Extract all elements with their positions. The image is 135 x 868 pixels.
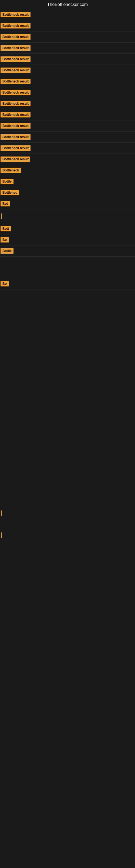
site-title: TheBottlenecker.com xyxy=(0,0,135,9)
bottleneck-badge: Bottle xyxy=(1,179,13,184)
spacer xyxy=(0,520,135,528)
bottleneck-badge: Bottleneck result xyxy=(1,45,31,51)
list-item: Bottleneck result xyxy=(0,76,135,87)
empty-space xyxy=(0,289,135,506)
bottleneck-badge: Bottleneck result xyxy=(1,101,31,106)
bottleneck-badge: Bottleneck result xyxy=(1,23,31,29)
bottleneck-badge: Bottleneck result xyxy=(1,79,31,84)
list-item: Bottleneck result xyxy=(0,109,135,120)
bottleneck-badge: Bottlenec xyxy=(1,190,19,195)
vertical-line-indicator xyxy=(1,532,2,538)
spacer xyxy=(0,257,135,278)
list-item: Bottleneck result xyxy=(0,42,135,54)
list-item: Bottleneck result xyxy=(0,54,135,65)
list-item: Bo xyxy=(0,235,135,246)
list-item xyxy=(0,528,135,542)
list-item: Bottleneck result xyxy=(0,87,135,98)
list-item: Bottleneck result xyxy=(0,154,135,165)
list-item: Bottleneck result xyxy=(0,143,135,154)
bottleneck-badge: Bottleneck result xyxy=(1,12,31,18)
list-item: Bottleneck result xyxy=(0,20,135,31)
list-item: Bottlenec xyxy=(0,187,135,198)
bottleneck-badge: Bottleneck result xyxy=(1,56,31,62)
list-item: Bott xyxy=(0,223,135,235)
list-item: Bottleneck result xyxy=(0,98,135,109)
list-item xyxy=(0,209,135,223)
list-item: Bo xyxy=(0,278,135,289)
list-item: Bot xyxy=(0,198,135,209)
bottleneck-badge: Bott xyxy=(1,226,11,231)
list-item: Bottleneck result xyxy=(0,9,135,20)
bottleneck-badge: Bo xyxy=(1,281,9,286)
list-item: Bottleneck xyxy=(0,165,135,176)
bottleneck-badge: Bottleneck result xyxy=(1,67,31,73)
list-item: Bottleneck result xyxy=(0,65,135,76)
page-container: TheBottlenecker.com Bottleneck result Bo… xyxy=(0,0,135,868)
vertical-line-indicator xyxy=(1,510,2,516)
list-item: Bottle xyxy=(0,176,135,187)
vertical-line-indicator xyxy=(1,214,2,219)
bottleneck-badge: Bottleneck result xyxy=(1,34,31,40)
bottom-spacer xyxy=(0,542,135,651)
bottleneck-badge: Bottleneck result xyxy=(1,123,31,129)
bottleneck-badge: Bottleneck result xyxy=(1,145,31,151)
list-item: Bottleneck result xyxy=(0,131,135,143)
list-item: Bottleneck result xyxy=(0,31,135,42)
bottleneck-badge: Bottleneck result xyxy=(1,90,31,95)
list-item: Bottleneck result xyxy=(0,120,135,131)
bottleneck-badge: Bot xyxy=(1,201,10,207)
bottleneck-badge: Bottleneck result xyxy=(1,134,31,140)
list-item: Bottle xyxy=(0,246,135,257)
bottleneck-badge: Bottleneck result xyxy=(1,156,30,162)
bottleneck-badge: Bo xyxy=(1,237,9,243)
bottleneck-badge: Bottle xyxy=(1,248,13,254)
bottleneck-badge: Bottleneck xyxy=(1,167,21,173)
bottleneck-badge: Bottleneck result xyxy=(1,112,31,118)
list-item xyxy=(0,506,135,520)
